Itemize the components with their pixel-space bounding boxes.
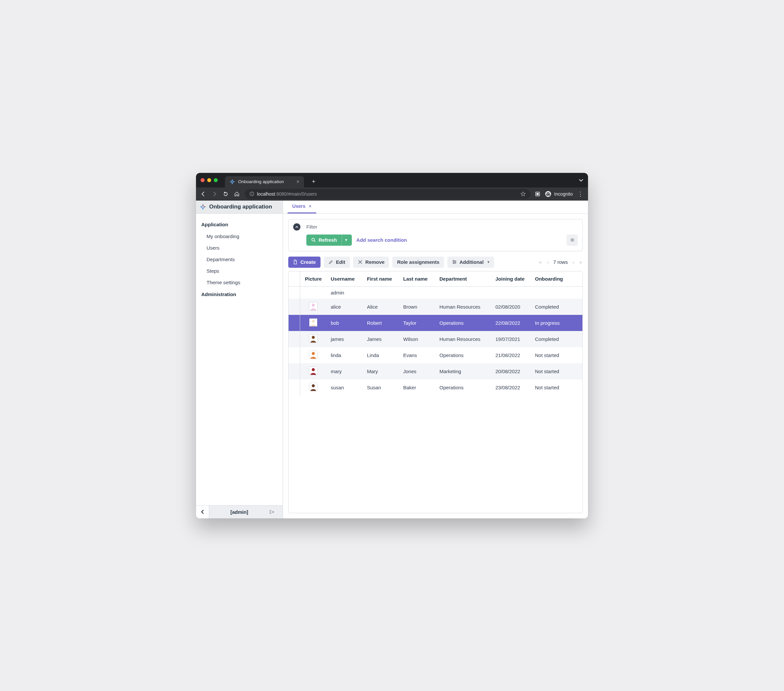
- cell-username: alice: [327, 299, 363, 315]
- nav-forward-button[interactable]: [211, 191, 218, 197]
- cell-firstname: Alice: [363, 299, 399, 315]
- bookmark-star-icon[interactable]: [520, 191, 526, 197]
- role-assignments-button[interactable]: Role assignments: [392, 257, 444, 268]
- cell-picture: [300, 347, 327, 363]
- table-body: adminaliceAliceBrownHuman Resources02/08…: [288, 286, 582, 396]
- col-department[interactable]: Department: [435, 271, 491, 286]
- close-tab-icon[interactable]: ×: [296, 179, 300, 184]
- sidebar: Onboarding application ApplicationMy onb…: [196, 201, 283, 518]
- users-table: Picture Username First name Last name De…: [288, 271, 583, 513]
- view-tabs: Users ×: [283, 201, 588, 214]
- pager-first[interactable]: «: [538, 258, 542, 265]
- sidebar-item[interactable]: Departments: [196, 253, 283, 265]
- file-icon: [293, 260, 298, 265]
- cell-firstname: Linda: [363, 347, 399, 363]
- nav-reload-button[interactable]: [222, 191, 229, 197]
- col-lastname[interactable]: Last name: [399, 271, 435, 286]
- col-joining[interactable]: Joining date: [491, 271, 531, 286]
- table-row[interactable]: aliceAliceBrownHuman Resources02/08/2020…: [288, 299, 582, 315]
- cell-onboarding: In progress: [531, 315, 582, 331]
- sidebar-group[interactable]: Administration: [196, 288, 283, 300]
- tabbar-expand-icon[interactable]: [579, 178, 583, 183]
- table-row[interactable]: susanSusanBakerOperations23/08/2022Not s…: [288, 379, 582, 396]
- extensions-icon[interactable]: [535, 191, 540, 197]
- nav-home-button[interactable]: [234, 191, 240, 197]
- tab-close-icon[interactable]: ×: [309, 204, 311, 209]
- collapse-filter-icon[interactable]: [293, 223, 300, 230]
- cell-picture: [300, 299, 327, 315]
- avatar: [309, 302, 318, 311]
- new-tab-button[interactable]: ＋: [309, 176, 318, 186]
- cell-lastname: Wilson: [399, 331, 435, 347]
- cell-picture: [300, 363, 327, 379]
- col-username[interactable]: Username: [327, 271, 363, 286]
- browser-toolbar-right: Incognito ⋮: [535, 190, 584, 197]
- svg-point-24: [312, 384, 315, 387]
- table-empty-area: [288, 396, 582, 513]
- filter-title: Filter: [306, 224, 317, 230]
- cell-joining: 02/08/2020: [491, 299, 531, 315]
- incognito-indicator[interactable]: Incognito: [545, 191, 573, 197]
- sidebar-item[interactable]: Users: [196, 242, 283, 253]
- nav-back-button[interactable]: [200, 191, 206, 197]
- edit-button[interactable]: Edit: [324, 257, 350, 268]
- current-user-label[interactable]: [admin]: [209, 509, 270, 515]
- avatar: [309, 367, 318, 375]
- cell-username: mary: [327, 363, 363, 379]
- cell-joining: [491, 286, 531, 299]
- svg-point-12: [453, 263, 454, 264]
- table-row[interactable]: lindaLindaEvansOperations21/08/2022Not s…: [288, 347, 582, 363]
- site-info-icon[interactable]: [249, 191, 254, 196]
- role-assignments-label: Role assignments: [397, 259, 439, 265]
- svg-point-9: [572, 239, 573, 240]
- additional-button[interactable]: Additional ▾: [447, 257, 494, 268]
- sidebar-group[interactable]: Application: [196, 218, 283, 230]
- remove-button[interactable]: Remove: [353, 257, 389, 268]
- table-head: Picture Username First name Last name De…: [288, 271, 582, 286]
- filter-settings-button[interactable]: [567, 235, 578, 246]
- window-minimize[interactable]: [207, 178, 211, 182]
- filter-header[interactable]: Filter: [293, 223, 578, 230]
- avatar: [309, 383, 318, 391]
- sidebar-item[interactable]: Steps: [196, 265, 283, 276]
- table-row[interactable]: admin: [288, 286, 582, 299]
- pager: « ‹ 7 rows › »: [538, 258, 583, 265]
- browser-tab-title: Onboarding application: [238, 179, 284, 184]
- create-button[interactable]: Create: [288, 257, 321, 268]
- address-bar[interactable]: localhost:8080/#main/0/users: [245, 189, 530, 199]
- add-search-condition-link[interactable]: Add search condition: [356, 237, 407, 243]
- cell-lastname: Brown: [399, 299, 435, 315]
- col-picture[interactable]: Picture: [300, 271, 327, 286]
- cell-onboarding: Completed: [531, 331, 582, 347]
- sidebar-collapse-button[interactable]: [196, 505, 209, 518]
- pager-last[interactable]: »: [579, 258, 583, 265]
- cell-username: linda: [327, 347, 363, 363]
- filter-panel: Filter Refresh ▾ Add search condition: [288, 219, 583, 251]
- logout-icon[interactable]: [270, 510, 283, 515]
- table-row[interactable]: jamesJamesWilsonHuman Resources19/07/202…: [288, 331, 582, 347]
- cell-firstname: Robert: [363, 315, 399, 331]
- svg-point-10: [453, 260, 454, 261]
- pager-next[interactable]: ›: [572, 258, 575, 265]
- refresh-button[interactable]: Refresh ▾: [306, 235, 352, 246]
- cell-department: Marketing: [435, 363, 491, 379]
- browser-tab-active[interactable]: Onboarding application ×: [225, 176, 304, 188]
- tab-users[interactable]: Users ×: [288, 200, 316, 214]
- cell-onboarding: Not started: [531, 379, 582, 396]
- col-onboarding[interactable]: Onboarding: [531, 271, 582, 286]
- window-maximize[interactable]: [214, 178, 218, 182]
- table-row[interactable]: maryMaryJonesMarketing20/08/2022Not star…: [288, 363, 582, 379]
- sidebar-item[interactable]: Theme settings: [196, 276, 283, 288]
- col-firstname[interactable]: First name: [363, 271, 399, 286]
- cell-joining: 21/08/2022: [491, 347, 531, 363]
- cell-username: bob: [327, 315, 363, 331]
- main-panel: Users × Filter Refresh: [283, 201, 588, 518]
- window-close[interactable]: [201, 178, 204, 182]
- cell-lastname: Baker: [399, 379, 435, 396]
- sidebar-item[interactable]: My onboarding: [196, 230, 283, 242]
- pager-prev[interactable]: ‹: [546, 258, 549, 265]
- gear-icon: [570, 237, 575, 242]
- browser-menu-button[interactable]: ⋮: [578, 190, 584, 197]
- table-row[interactable]: bobRobertTaylorOperations22/08/2022In pr…: [288, 315, 582, 331]
- svg-point-5: [545, 191, 551, 197]
